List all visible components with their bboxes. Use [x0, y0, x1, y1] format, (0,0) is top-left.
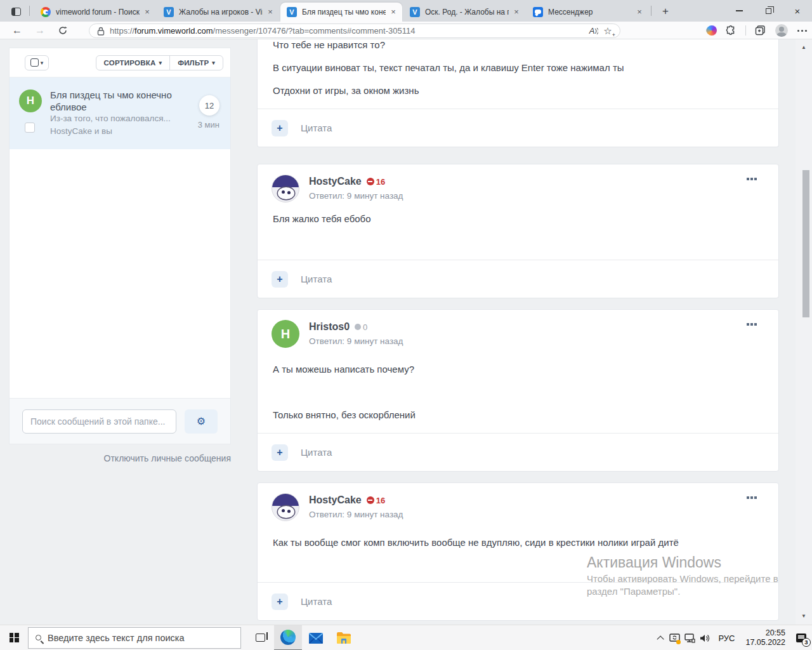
refresh-icon	[58, 26, 67, 35]
quote-button[interactable]: Цитата	[301, 274, 332, 284]
avatar	[272, 175, 299, 202]
sidebar-toolbar: ▾ СОРТИРОВКА ▾ ФИЛЬТР ▾	[10, 48, 230, 77]
multiquote-button[interactable]: +	[272, 271, 288, 288]
action-center-button[interactable]: 3	[790, 625, 812, 650]
extension-flame-icon[interactable]	[705, 23, 719, 38]
window-minimize-button[interactable]	[724, 0, 754, 22]
read-aloud-icon: A	[589, 26, 595, 36]
avatar: H	[19, 90, 42, 112]
tab-close-icon[interactable]: ×	[634, 7, 645, 17]
author-name[interactable]: HostyCake	[309, 494, 362, 506]
plus-icon: +	[277, 274, 282, 284]
conversation-checkbox[interactable]	[25, 123, 35, 133]
plus-icon: +	[277, 447, 282, 458]
author-name[interactable]: Hristos0	[309, 321, 350, 333]
select-all-dropdown[interactable]: ▾	[25, 55, 49, 70]
notification-dot	[676, 640, 681, 644]
minimize-icon	[736, 10, 743, 11]
tab-title: Мессенджер	[548, 8, 632, 17]
language-indicator[interactable]: РУС	[712, 633, 740, 643]
star-icon: ☆	[603, 25, 612, 37]
quote-button[interactable]: Цитата	[301, 123, 332, 133]
tray-update-button[interactable]	[667, 625, 682, 650]
taskbar-edge-button[interactable]	[274, 625, 302, 650]
comment-text: Что тебе не нравится то?	[273, 39, 763, 51]
author-name[interactable]: HostyCake	[309, 176, 362, 187]
page-scrollbar[interactable]: ▲ ▼	[796, 39, 812, 625]
options-menu-icon[interactable]	[747, 494, 759, 501]
tray-expand-button[interactable]	[652, 625, 667, 650]
new-tab-button[interactable]: +	[657, 4, 674, 18]
options-menu-icon[interactable]	[747, 176, 759, 182]
taskbar-mail-button[interactable]	[302, 625, 330, 650]
tab-messenger[interactable]: Мессенджер ×	[527, 3, 648, 22]
window-restore-button[interactable]	[754, 0, 783, 22]
tray-volume-button[interactable]	[697, 625, 712, 650]
tab-close-icon[interactable]: ×	[142, 7, 152, 17]
multiquote-button[interactable]: +	[272, 444, 288, 461]
read-aloud-button[interactable]: A	[587, 25, 601, 37]
tab-complaints[interactable]: V Жалобы на игроков - Vim ×	[157, 3, 279, 22]
tab-complaints-2[interactable]: V Оск. Род. - Жалобы на по ×	[403, 3, 525, 22]
sort-filter-group: СОРТИРОВКА ▾ ФИЛЬТР ▾	[96, 55, 223, 70]
refresh-button[interactable]	[55, 23, 71, 38]
scroll-up-arrow[interactable]: ▲	[796, 39, 812, 56]
divider	[745, 25, 746, 36]
tab-title: Бля пиздец ты чмо коне	[302, 8, 386, 17]
comment-text: Отдохни от игры, за окном жизнь	[273, 84, 763, 97]
add-favorite-button[interactable]: ☆	[601, 25, 615, 37]
edge-icon	[280, 630, 296, 645]
collections-icon[interactable]	[755, 25, 766, 36]
reputation-badge[interactable]: 16	[367, 496, 385, 505]
disable-pm-link[interactable]: Отключить личные сообщения	[9, 453, 231, 463]
tab-actions-button[interactable]	[6, 4, 25, 19]
options-menu-icon[interactable]	[747, 321, 759, 328]
tab-close-icon[interactable]: ×	[388, 7, 398, 17]
tab-close-icon[interactable]: ×	[265, 7, 275, 17]
scroll-down-arrow[interactable]: ▼	[796, 608, 812, 625]
browser-tab-bar: vimeworld forum - Поиск × V Жалобы на иг…	[0, 0, 812, 22]
divider	[29, 6, 30, 16]
tab-title: Жалобы на игроков - Vim	[179, 8, 263, 17]
vimeworld-favicon-icon: V	[410, 7, 420, 17]
taskbar-clock[interactable]: 20:55 17.05.2022	[740, 628, 790, 647]
browser-menu-button[interactable]	[797, 25, 807, 36]
gear-icon: ⚙	[197, 416, 206, 427]
back-button[interactable]: ←	[9, 23, 25, 38]
mail-icon	[308, 631, 324, 645]
quote-button[interactable]: Цитата	[301, 447, 332, 458]
reputation-badge[interactable]: 0	[355, 322, 367, 332]
start-button[interactable]	[0, 625, 28, 650]
taskbar-explorer-button[interactable]	[330, 625, 358, 650]
sort-button[interactable]: СОРТИРОВКА ▾	[96, 56, 170, 70]
conversation-preview: Из-за того, что пожаловался...	[50, 114, 183, 123]
unread-count-badge: 12	[199, 95, 219, 116]
taskbar-search-placeholder: Введите здесь текст для поиска	[48, 633, 185, 643]
search-input[interactable]	[22, 409, 176, 434]
reputation-badge[interactable]: 16	[367, 177, 385, 187]
tab-active-thread[interactable]: V Бля пиздец ты чмо коне ×	[280, 3, 402, 22]
address-bar[interactable]: https://forum.vimeworld.com/messenger/10…	[89, 23, 620, 38]
comment-card: HostyCake 16 Ответил: 9 минут назад Бля …	[257, 164, 779, 298]
browser-toolbar: ← → https://forum.vimeworld.com/messenge…	[0, 22, 812, 39]
conversation-list-item[interactable]: H Бля пиздец ты чмо конечно ебливое Из-з…	[10, 77, 230, 149]
quote-button[interactable]: Цитата	[301, 596, 332, 607]
window-close-button[interactable]: ×	[783, 0, 812, 22]
forward-button[interactable]: →	[32, 23, 48, 38]
task-view-button[interactable]	[246, 625, 274, 650]
settings-button[interactable]: ⚙	[185, 409, 218, 434]
checkbox-icon	[30, 58, 39, 67]
extensions-puzzle-icon[interactable]	[726, 25, 737, 36]
filter-button[interactable]: ФИЛЬТР ▾	[169, 56, 223, 70]
taskbar-search-box[interactable]: Введите здесь текст для поиска	[28, 627, 241, 649]
comment-text: Только внятно, без оскорблений	[273, 409, 763, 421]
task-view-icon	[256, 633, 265, 642]
tab-google-search[interactable]: vimeworld forum - Поиск ×	[34, 3, 156, 22]
scrollbar-thumb[interactable]	[802, 170, 809, 317]
multiquote-button[interactable]: +	[272, 594, 288, 610]
tray-network-button[interactable]	[682, 625, 697, 650]
tab-close-icon[interactable]: ×	[511, 7, 521, 17]
profile-avatar-button[interactable]	[775, 24, 788, 37]
multiquote-button[interactable]: +	[272, 120, 288, 136]
sidebar-search-row: ⚙	[10, 398, 230, 444]
